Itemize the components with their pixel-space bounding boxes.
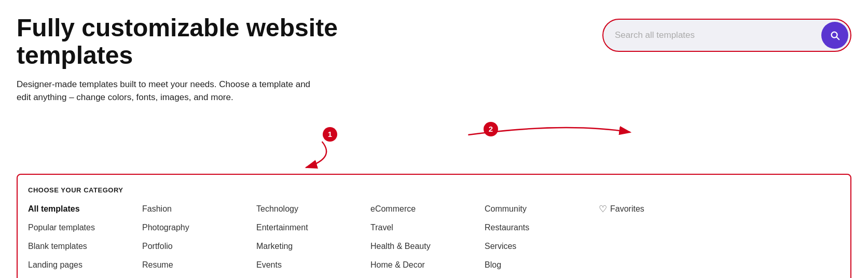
search-icon [829,30,841,41]
category-popular-templates[interactable]: Popular templates [28,222,142,233]
header-left: Fully customizable website templates Des… [17,15,390,104]
category-ecommerce[interactable]: eCommerce [370,203,485,215]
search-input[interactable] [605,23,821,48]
annotation-area: 1 2 [17,117,851,174]
category-portfolio[interactable]: Portfolio [142,241,256,252]
category-all-templates[interactable]: All templates [28,203,142,215]
category-landing-pages[interactable]: Landing pages [28,259,142,271]
category-column-3: Technology Entertainment Marketing Event… [256,203,370,271]
category-column-5: Community Restaurants Services Blog [485,203,599,271]
page-title: Fully customizable website templates [17,15,390,70]
category-blog[interactable]: Blog [485,259,599,271]
category-blank-templates[interactable]: Blank templates [28,241,142,252]
search-box [602,19,851,52]
favorites-link[interactable]: ♡ Favorites [599,203,836,215]
category-resume[interactable]: Resume [142,259,256,271]
category-community[interactable]: Community [485,203,599,215]
page-header: Fully customizable website templates Des… [17,15,851,104]
category-restaurants[interactable]: Restaurants [485,222,599,233]
category-column-1: All templates Popular templates Blank te… [28,203,142,271]
favorites-label: Favorites [610,204,644,214]
category-label: CHOOSE YOUR CATEGORY [28,186,836,194]
category-column-4: eCommerce Travel Health & Beauty Home & … [370,203,485,271]
category-entertainment[interactable]: Entertainment [256,222,370,233]
annotation-arrows [17,117,851,174]
category-section: CHOOSE YOUR CATEGORY All templates Popul… [17,174,851,278]
category-technology[interactable]: Technology [256,203,370,215]
category-home-decor[interactable]: Home & Decor [370,259,485,271]
category-photography[interactable]: Photography [142,222,256,233]
search-button[interactable] [821,22,848,49]
search-container [602,19,851,52]
category-health-beauty[interactable]: Health & Beauty [370,241,485,252]
category-grid: All templates Popular templates Blank te… [28,203,836,271]
heart-icon: ♡ [599,203,607,215]
annotation-badge-2: 2 [484,122,498,136]
category-travel[interactable]: Travel [370,222,485,233]
category-fashion[interactable]: Fashion [142,203,256,215]
category-column-2: Fashion Photography Portfolio Resume [142,203,256,271]
annotation-badge-1: 1 [323,127,337,142]
category-column-favorites: ♡ Favorites [599,203,836,271]
category-services[interactable]: Services [485,241,599,252]
page-subtitle: Designer-made templates built to meet yo… [17,78,318,104]
category-events[interactable]: Events [256,259,370,271]
category-marketing[interactable]: Marketing [256,241,370,252]
